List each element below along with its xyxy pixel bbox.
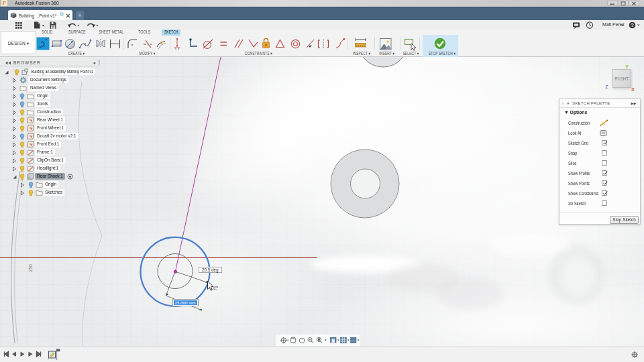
svg-text:250: 250 [28,264,33,272]
svg-text:?: ? [631,22,634,28]
